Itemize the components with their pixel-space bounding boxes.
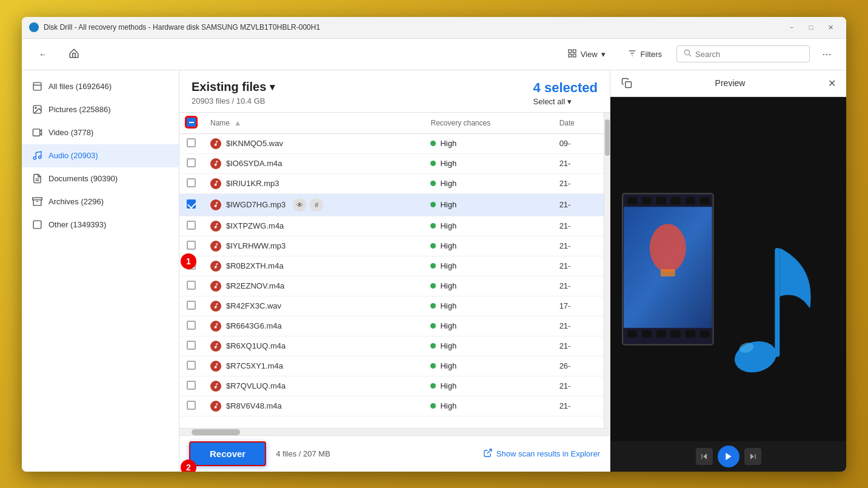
- annotation-badge-1: 1: [181, 253, 196, 269]
- table-row[interactable]: $R6XQ1UQ.m4aHigh21-: [179, 336, 604, 356]
- row-chance-cell: High: [423, 133, 552, 153]
- chance-dot-icon: [430, 141, 436, 146]
- file-count-text: 20903 files / 10.4 GB: [192, 96, 275, 105]
- row-checkbox-cell: [179, 296, 203, 316]
- table-row[interactable]: $R8V6V48.m4aHigh21-: [179, 396, 604, 416]
- vertical-scrollbar[interactable]: [604, 113, 610, 428]
- all-files-icon: [32, 81, 42, 92]
- row-checkbox-cell: [179, 336, 203, 356]
- table-row[interactable]: $R2EZNOV.m4aHigh21-: [179, 276, 604, 296]
- row-date-cell: 21-: [552, 193, 604, 216]
- play-button[interactable]: [718, 446, 739, 467]
- name-cell-content: $IXTPZWG.m4a: [210, 221, 416, 232]
- file-name: $R2EZNOV.m4a: [226, 281, 284, 290]
- filters-button[interactable]: Filters: [620, 45, 669, 64]
- show-in-explorer-button[interactable]: Show scan results in Explorer: [483, 448, 600, 460]
- svg-rect-25: [627, 197, 637, 204]
- close-button[interactable]: ✕: [822, 21, 839, 33]
- row-checkbox[interactable]: [187, 281, 196, 290]
- table-row[interactable]: $R7QVLUQ.m4aHigh21-: [179, 376, 604, 396]
- file-type-icon: [210, 221, 221, 232]
- table-row[interactable]: $IO6SYDA.m4aHigh21-: [179, 153, 604, 173]
- row-checkbox[interactable]: [187, 158, 196, 167]
- more-options-button[interactable]: ···: [817, 44, 836, 64]
- sidebar-item-pictures[interactable]: Pictures (225886): [22, 98, 179, 121]
- table-row[interactable]: $IYLRHWW.mp3High21-: [179, 236, 604, 256]
- chance-dot-icon: [430, 383, 436, 389]
- badge-number-2: 2: [181, 460, 196, 472]
- row-checkbox[interactable]: [187, 321, 196, 330]
- home-icon: [68, 48, 79, 61]
- selected-count: 4 selected: [533, 80, 598, 96]
- file-name: $IWGD7HG.mp3: [226, 200, 285, 209]
- table-row[interactable]: $IRIU1KR.mp3High21-: [179, 173, 604, 193]
- table-row[interactable]: $R0B2XTH.m4aHigh21-: [179, 256, 604, 276]
- sidebar-item-documents[interactable]: Documents (90390): [22, 167, 179, 190]
- sidebar-item-all-files[interactable]: All files (1692646): [22, 75, 179, 98]
- sidebar-item-video[interactable]: Video (3778): [22, 121, 179, 144]
- search-box[interactable]: [676, 45, 810, 62]
- row-checkbox[interactable]: [187, 381, 196, 390]
- row-date-cell: 21-: [552, 153, 604, 173]
- file-name: $IYLRHWW.mp3: [226, 241, 285, 250]
- chance-label: High: [440, 401, 456, 410]
- file-type-icon: [210, 401, 221, 412]
- table-row[interactable]: $R42FX3C.wavHigh17-: [179, 296, 604, 316]
- row-checkbox-cell: [179, 173, 203, 193]
- chance-dot-icon: [430, 181, 436, 186]
- row-checkbox[interactable]: [187, 138, 196, 147]
- svg-rect-35: [627, 330, 637, 337]
- name-cell-content: $R2EZNOV.m4a: [210, 281, 416, 292]
- table-row[interactable]: $R6643G6.m4aHigh21-: [179, 316, 604, 336]
- back-button[interactable]: ←: [32, 46, 54, 62]
- row-name-cell: $R6XQ1UQ.m4a: [203, 336, 423, 356]
- view-button[interactable]: View ▾: [560, 45, 613, 64]
- table-row[interactable]: $IWGD7HG.mp3👁#High21-: [179, 193, 604, 216]
- name-cell-content: $IKNMQO5.wav: [210, 138, 416, 149]
- select-all-button[interactable]: Select all ▾: [533, 96, 572, 107]
- row-checkbox[interactable]: [187, 301, 196, 310]
- preview-copy-icon[interactable]: [618, 74, 636, 92]
- row-checkbox[interactable]: [187, 241, 196, 250]
- row-checkbox[interactable]: [187, 361, 196, 370]
- row-checkbox[interactable]: [187, 199, 196, 209]
- recover-button[interactable]: Recover: [189, 441, 266, 466]
- row-chance-cell: High: [423, 276, 552, 296]
- minimize-button[interactable]: −: [783, 21, 800, 33]
- select-all-checkbox[interactable]: [187, 118, 196, 127]
- file-type-icon: [210, 158, 221, 169]
- svg-rect-28: [671, 197, 681, 204]
- row-name-cell: $R7C5XY1.m4a: [203, 356, 423, 376]
- row-name-cell: $IRIU1KR.mp3: [203, 173, 423, 193]
- preview-action-icon[interactable]: 👁: [293, 198, 306, 212]
- row-checkbox[interactable]: [187, 221, 196, 230]
- horizontal-scrollbar[interactable]: [179, 428, 610, 435]
- preview-content: [610, 97, 846, 441]
- sidebar-item-audio[interactable]: Audio (20903): [22, 144, 179, 167]
- name-cell-content: $R42FX3C.wav: [210, 301, 416, 312]
- chance-dot-icon: [430, 343, 436, 349]
- next-track-button[interactable]: [744, 448, 761, 465]
- preview-close-button[interactable]: ✕: [824, 76, 839, 90]
- row-checkbox[interactable]: [187, 401, 196, 410]
- maximize-button[interactable]: □: [803, 21, 820, 33]
- table-row[interactable]: $IKNMQO5.wavHigh09-: [179, 133, 604, 153]
- window-title: Disk Drill - All recovery methods - Hard…: [44, 23, 783, 32]
- name-cell-content: $IYLRHWW.mp3: [210, 241, 416, 252]
- info-action-icon[interactable]: #: [310, 198, 323, 212]
- sidebar-item-archives[interactable]: Archives (2296): [22, 190, 179, 213]
- row-checkbox[interactable]: [187, 178, 196, 187]
- table-row[interactable]: $IXTPZWG.m4aHigh21-: [179, 216, 604, 236]
- preview-controls: [610, 441, 846, 472]
- existing-files-label: Existing files: [192, 80, 266, 94]
- row-checkbox[interactable]: [187, 341, 196, 350]
- search-input[interactable]: [695, 50, 803, 59]
- name-cell-content: $R8V6V48.m4a: [210, 401, 416, 412]
- sidebar-item-other[interactable]: Other (1349393): [22, 213, 179, 236]
- title-dropdown-icon[interactable]: ▾: [270, 81, 275, 93]
- prev-track-button[interactable]: [696, 448, 713, 465]
- home-button[interactable]: [61, 44, 87, 64]
- row-date-cell: 21-: [552, 376, 604, 396]
- table-row[interactable]: $R7C5XY1.m4aHigh26-: [179, 356, 604, 376]
- file-table-container[interactable]: Name ▲ Recovery chances Date $IKNMQO5.wa…: [179, 113, 604, 428]
